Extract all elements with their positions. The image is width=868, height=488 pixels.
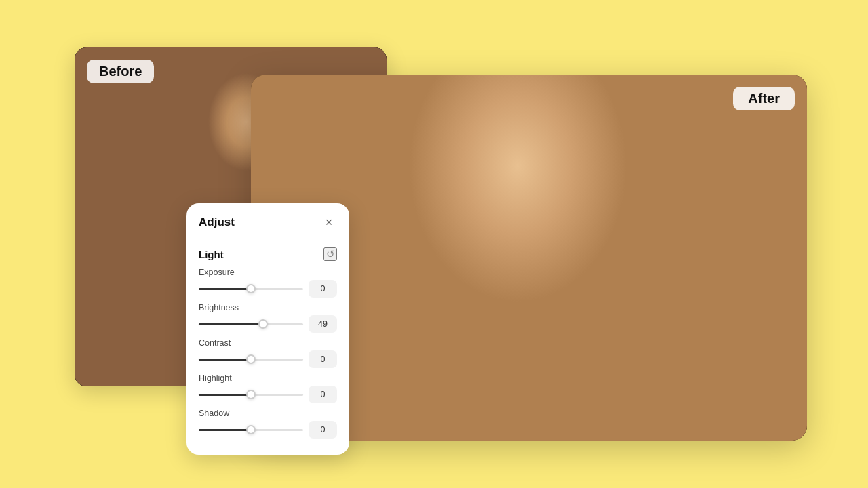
slider-thumb[interactable] [258,319,268,329]
label-brightness: Brightness [199,303,337,312]
scene: Before After Adjust × Light ↺ Exposure0B… [61,34,807,454]
value-exposure: 0 [309,280,337,298]
slider-fill [199,359,251,361]
slider-thumb[interactable] [246,425,256,434]
slider-thumb[interactable] [246,354,256,364]
slider-fill [199,288,251,290]
slider-fill [199,429,251,431]
after-label: After [733,87,795,110]
value-highlight: 0 [309,386,337,403]
panel-title: Adjust [199,216,235,229]
before-label: Before [87,60,154,83]
slider-track [199,288,303,290]
controls-container: Exposure0Brightness49Contrast0Highlight0… [199,268,337,439]
slider-track [199,429,303,431]
input-row-shadow: 0 [199,421,337,439]
control-row-highlight: Highlight0 [199,373,337,403]
slider-exposure[interactable] [199,283,303,295]
slider-fill [199,394,251,396]
close-button[interactable]: × [321,214,337,230]
slider-shadow[interactable] [199,424,303,436]
section-header: Light ↺ [199,247,337,261]
label-contrast: Contrast [199,338,337,348]
slider-contrast[interactable] [199,353,303,365]
input-row-highlight: 0 [199,386,337,403]
slider-thumb[interactable] [246,284,256,293]
control-row-shadow: Shadow0 [199,409,337,439]
value-brightness: 49 [309,315,337,333]
slider-track [199,359,303,361]
label-exposure: Exposure [199,268,337,277]
input-row-exposure: 0 [199,280,337,298]
value-contrast: 0 [309,350,337,368]
control-row-exposure: Exposure0 [199,268,337,298]
slider-track [199,394,303,396]
panel-header: Adjust × [186,203,349,239]
value-shadow: 0 [309,421,337,439]
input-row-brightness: 49 [199,315,337,333]
control-row-contrast: Contrast0 [199,338,337,368]
panel-body: Light ↺ Exposure0Brightness49Contrast0Hi… [186,239,349,455]
slider-highlight[interactable] [199,388,303,401]
slider-track [199,323,303,325]
control-row-brightness: Brightness49 [199,303,337,333]
slider-brightness[interactable] [199,318,303,330]
reset-button[interactable]: ↺ [323,247,337,261]
label-shadow: Shadow [199,409,337,418]
slider-thumb[interactable] [246,390,256,399]
section-title: Light [199,249,224,260]
input-row-contrast: 0 [199,350,337,368]
slider-fill [199,323,263,325]
label-highlight: Highlight [199,373,337,383]
adjust-panel: Adjust × Light ↺ Exposure0Brightness49Co… [186,203,349,455]
